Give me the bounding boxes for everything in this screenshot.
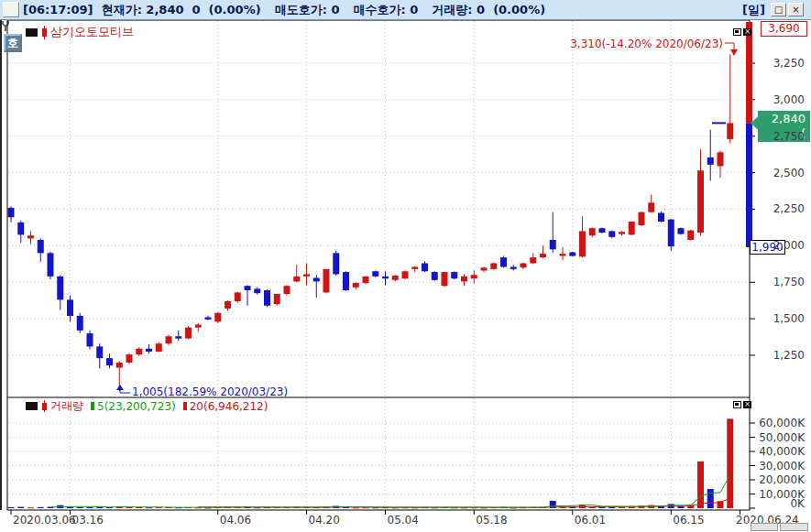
candle-body	[372, 271, 378, 277]
candle-body	[156, 343, 162, 352]
candle-body	[353, 283, 359, 288]
close-button[interactable]: ×	[788, 3, 804, 16]
candle-body	[718, 152, 724, 166]
pane-restore-icon[interactable]	[733, 401, 741, 408]
volume-pane-header: 거래량 5(23,200,723) 20(6,946,212)	[26, 398, 268, 414]
high-annotation-arrowhead	[730, 49, 738, 56]
candle-body	[411, 266, 418, 268]
volume-bar	[38, 507, 44, 508]
volume-bar	[353, 507, 359, 508]
candle-body	[175, 336, 181, 338]
volume-axis-label: 0K	[751, 497, 805, 510]
candle-body	[569, 253, 575, 256]
candle-body	[245, 286, 251, 290]
candle-body	[402, 271, 409, 278]
candlestick-icon	[41, 26, 48, 39]
price-axis-label: 1,750	[751, 276, 805, 288]
volume-axis-label: 20,000K	[751, 473, 805, 486]
volume-bar	[727, 418, 733, 508]
low-annotation: 1,005(182.59% 2020/03/23)	[132, 385, 288, 398]
restore-button[interactable]: □	[771, 3, 786, 16]
candle-body	[8, 208, 15, 217]
candle-body	[599, 228, 606, 233]
ma20-legend-icon	[183, 402, 187, 410]
date-axis-label: 04.20	[309, 514, 340, 527]
pane-restore-icon[interactable]	[733, 28, 741, 36]
candle-body	[254, 288, 260, 293]
candle-body	[225, 301, 231, 309]
candle-body	[57, 277, 63, 300]
candle-body	[106, 358, 113, 365]
candle-body	[608, 231, 615, 236]
date-axis-label: 05.18	[476, 514, 507, 527]
pane-close-icon[interactable]: ×	[743, 401, 751, 408]
candle-body	[87, 333, 93, 346]
scrollbar-button-left[interactable]	[751, 523, 778, 531]
scrollbar-button-right[interactable]	[780, 523, 808, 531]
volume-bar	[27, 507, 34, 508]
pane-border	[7, 20, 750, 510]
candle-body	[422, 264, 428, 272]
candle-body	[550, 240, 556, 249]
low-annotation-arrow-line	[120, 390, 130, 393]
candle-body	[17, 223, 24, 235]
candle-body	[166, 336, 172, 343]
period-badge[interactable]: [일]	[742, 2, 765, 18]
candle-body	[67, 299, 73, 316]
candle-body	[668, 220, 674, 247]
panel-collapse-button[interactable]	[26, 402, 38, 410]
candle-body	[530, 257, 536, 263]
wrench-icon[interactable]	[3, 2, 19, 17]
candle-body	[540, 254, 546, 257]
candle-body	[382, 277, 389, 278]
quote-field: 매도호가: 0	[275, 2, 348, 18]
price-axis-label: 2,000	[751, 239, 805, 252]
volume-bar	[17, 507, 24, 508]
candle-body	[136, 349, 142, 354]
candle-body	[619, 232, 625, 233]
candle-body	[284, 286, 290, 294]
volume-bar	[8, 507, 15, 508]
window-frame-edge	[0, 20, 2, 510]
pane-close-icon[interactable]: ×	[743, 28, 751, 36]
ma5-legend-label: 5(23,200,723)	[97, 400, 176, 413]
price-axis-label: 3,250	[751, 57, 805, 70]
candle-body	[658, 212, 664, 222]
date-axis-label: 06.15	[673, 514, 704, 527]
volume-pane-controls: ×	[733, 401, 751, 408]
date-axis-label: 03.16	[72, 514, 104, 527]
hoga-button[interactable]: 호	[4, 34, 22, 52]
candle-body	[490, 264, 497, 269]
candle-body	[639, 212, 645, 225]
volume-bar	[697, 461, 704, 508]
candle-body	[687, 231, 694, 240]
candle-body	[629, 222, 635, 234]
quote-field: 거래량: 0 (0.00%)	[432, 2, 553, 18]
candle-body	[727, 123, 733, 139]
candle-body	[116, 363, 123, 368]
quote-header-bar: [06:17:09] 현재가: 2,840 0 (0.00%) 매도호가: 0 …	[0, 0, 811, 20]
candle-body	[48, 253, 54, 277]
candle-body	[146, 349, 152, 352]
volume-axis-label: 30,000K	[751, 460, 805, 472]
candle-body	[560, 254, 566, 255]
candle-body	[678, 228, 685, 233]
price-axis-label: 1,250	[751, 349, 805, 362]
volume-axis-label: 50,000K	[751, 431, 805, 444]
candle-body	[461, 277, 467, 282]
chart-canvas	[0, 20, 811, 532]
candle-body	[293, 277, 300, 282]
candle-body	[471, 275, 477, 278]
candle-body	[451, 272, 457, 278]
candle-body	[195, 324, 202, 327]
limit-range-upper-bar	[746, 22, 752, 123]
panel-collapse-button[interactable]	[26, 28, 38, 37]
candle-body	[363, 277, 369, 283]
candle-body	[510, 266, 517, 268]
quote-summary: 현재가: 2,840 0 (0.00%) 매도호가: 0 매수호가: 0 거래량…	[102, 2, 560, 18]
stock-chart-window: [06:17:09] 현재가: 2,840 0 (0.00%) 매도호가: 0 …	[0, 0, 811, 532]
candle-body	[27, 235, 34, 238]
candle-body	[126, 354, 133, 363]
low-annotation-arrowhead	[116, 385, 124, 390]
candle-body	[500, 257, 507, 266]
